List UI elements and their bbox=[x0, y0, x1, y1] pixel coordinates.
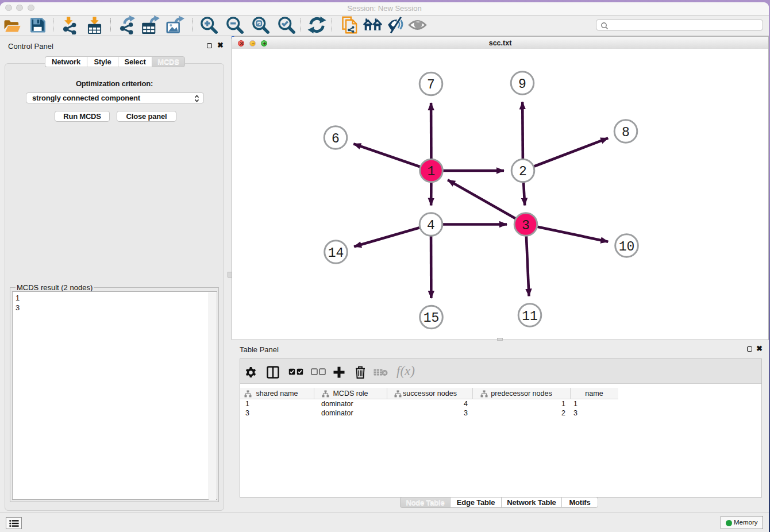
svg-text:9: 9 bbox=[518, 77, 526, 92]
svg-text:11: 11 bbox=[522, 309, 538, 324]
svg-text:6: 6 bbox=[332, 132, 340, 147]
svg-text:10: 10 bbox=[619, 240, 635, 255]
svg-text:3: 3 bbox=[522, 218, 530, 233]
svg-text:15: 15 bbox=[424, 311, 440, 326]
svg-text:7: 7 bbox=[427, 78, 435, 92]
svg-text:2: 2 bbox=[519, 164, 527, 179]
svg-text:8: 8 bbox=[622, 125, 630, 140]
svg-text:1: 1 bbox=[428, 164, 436, 179]
svg-text:4: 4 bbox=[427, 218, 435, 233]
svg-text:14: 14 bbox=[328, 246, 344, 261]
